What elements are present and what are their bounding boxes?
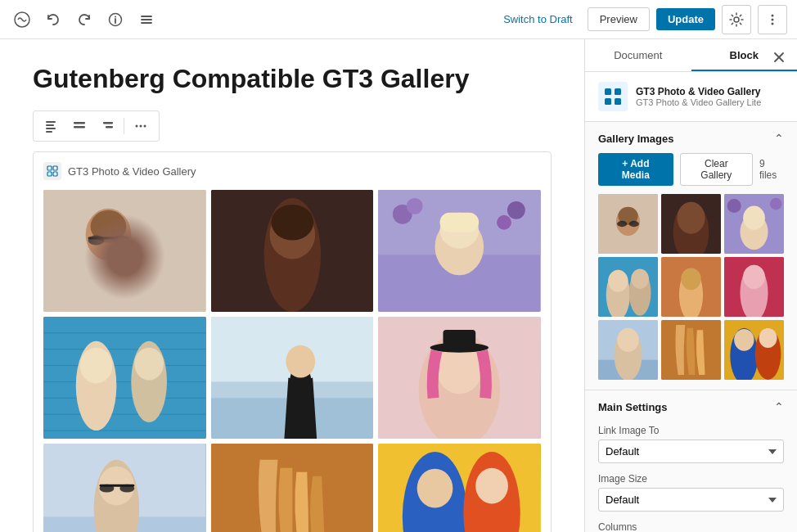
align-center-button[interactable] bbox=[68, 115, 91, 138]
align-left-button[interactable] bbox=[40, 115, 63, 138]
gallery-image-1 bbox=[43, 190, 206, 312]
switch-to-draft-button[interactable]: Switch to Draft bbox=[495, 8, 581, 30]
clear-gallery-button[interactable]: Clear Gallery bbox=[680, 153, 753, 186]
svg-point-29 bbox=[88, 236, 105, 246]
svg-point-65 bbox=[437, 345, 483, 394]
svg-point-35 bbox=[271, 205, 313, 241]
svg-rect-86 bbox=[605, 98, 611, 105]
thumbnail-2[interactable] bbox=[661, 194, 721, 254]
svg-point-91 bbox=[617, 221, 627, 227]
link-image-to-select[interactable]: Default bbox=[598, 440, 784, 463]
wp-logo-button[interactable] bbox=[10, 7, 34, 32]
thumbnail-6[interactable] bbox=[724, 257, 784, 317]
editor-area: Gutenberg Compatible GT3 Gallery bbox=[0, 39, 584, 532]
svg-point-28 bbox=[91, 210, 127, 243]
svg-point-44 bbox=[497, 215, 511, 230]
svg-rect-16 bbox=[74, 126, 85, 128]
gallery-images-title: Gallery Images bbox=[598, 133, 674, 145]
svg-rect-13 bbox=[46, 128, 56, 129]
svg-rect-40 bbox=[440, 213, 480, 232]
gallery-item-4[interactable] bbox=[43, 317, 206, 439]
preview-button[interactable]: Preview bbox=[588, 7, 650, 31]
svg-point-111 bbox=[743, 265, 765, 289]
info-button[interactable] bbox=[103, 7, 128, 32]
block-navigation-button[interactable] bbox=[134, 7, 159, 32]
svg-point-121 bbox=[759, 328, 777, 348]
svg-rect-11 bbox=[46, 121, 56, 123]
svg-point-62 bbox=[286, 345, 315, 378]
svg-point-43 bbox=[507, 201, 525, 219]
image-size-select[interactable]: Default bbox=[598, 488, 784, 512]
svg-rect-26 bbox=[43, 190, 206, 312]
redo-button[interactable] bbox=[72, 7, 97, 32]
gallery-item-3[interactable] bbox=[378, 190, 541, 312]
main-layout: Gutenberg Compatible GT3 Gallery bbox=[0, 39, 797, 532]
thumbnail-1[interactable] bbox=[598, 194, 658, 254]
svg-point-103 bbox=[608, 270, 628, 292]
link-image-to-label: Link Image To bbox=[598, 425, 784, 436]
gallery-item-1[interactable] bbox=[43, 190, 206, 312]
settings-gear-button[interactable] bbox=[722, 5, 751, 34]
gallery-image-3 bbox=[378, 190, 541, 312]
svg-rect-67 bbox=[444, 330, 476, 349]
gallery-item-6[interactable] bbox=[378, 317, 541, 439]
thumbnail-5[interactable] bbox=[661, 257, 721, 317]
gallery-item-5[interactable] bbox=[211, 317, 374, 439]
svg-rect-31 bbox=[88, 237, 129, 240]
thumbnail-8[interactable] bbox=[661, 320, 721, 380]
svg-point-55 bbox=[80, 348, 113, 384]
svg-point-57 bbox=[134, 348, 164, 381]
tab-document[interactable]: Document bbox=[585, 39, 691, 71]
plugin-info: GT3 Photo & Video Gallery GT3 Photo & Vi… bbox=[585, 72, 797, 122]
svg-rect-24 bbox=[47, 172, 52, 176]
align-right-button[interactable] bbox=[96, 115, 119, 138]
more-block-options-button[interactable] bbox=[129, 115, 152, 138]
svg-rect-18 bbox=[106, 126, 113, 128]
top-toolbar: Switch to Draft Preview Update bbox=[0, 0, 797, 39]
link-image-to-group: Link Image To Default bbox=[598, 425, 784, 463]
svg-rect-46 bbox=[43, 317, 206, 439]
gallery-block-label: GT3 Photo & Video Gallery bbox=[68, 165, 196, 178]
svg-point-27 bbox=[86, 209, 132, 261]
svg-point-81 bbox=[476, 468, 509, 504]
more-options-button[interactable] bbox=[758, 5, 787, 34]
svg-rect-74 bbox=[100, 485, 135, 487]
svg-rect-22 bbox=[47, 166, 52, 170]
gallery-image-9 bbox=[378, 444, 541, 532]
svg-point-119 bbox=[734, 329, 754, 351]
svg-point-115 bbox=[617, 328, 639, 352]
columns-group: Columns bbox=[598, 521, 784, 532]
files-count: 9 files bbox=[759, 158, 784, 181]
gallery-image-8 bbox=[211, 444, 374, 532]
svg-rect-12 bbox=[46, 124, 54, 126]
gallery-item-8[interactable] bbox=[211, 444, 374, 532]
undo-button[interactable] bbox=[41, 7, 65, 32]
plugin-sub: GT3 Photo & Video Gallery Lite bbox=[636, 97, 761, 107]
columns-label: Columns bbox=[598, 521, 784, 532]
add-media-button[interactable]: + Add Media bbox=[598, 153, 673, 186]
svg-point-105 bbox=[631, 269, 649, 289]
svg-rect-87 bbox=[615, 98, 621, 105]
image-size-label: Image Size bbox=[598, 473, 784, 485]
svg-rect-15 bbox=[74, 122, 85, 124]
thumbnail-7[interactable] bbox=[598, 320, 658, 380]
svg-point-92 bbox=[629, 221, 639, 227]
gallery-item-2[interactable] bbox=[211, 190, 374, 312]
svg-rect-25 bbox=[53, 172, 57, 176]
svg-point-20 bbox=[140, 125, 142, 128]
main-settings-header[interactable]: Main Settings ⌃ bbox=[598, 400, 784, 413]
svg-rect-17 bbox=[103, 122, 113, 124]
thumbnail-9[interactable] bbox=[724, 320, 784, 380]
panel-close-button[interactable] bbox=[768, 46, 790, 69]
svg-point-95 bbox=[677, 202, 705, 234]
gallery-item-7[interactable] bbox=[43, 444, 206, 532]
update-button[interactable]: Update bbox=[656, 8, 715, 30]
svg-point-9 bbox=[772, 18, 774, 20]
main-settings-chevron: ⌃ bbox=[774, 400, 784, 413]
thumbnail-4[interactable] bbox=[598, 257, 658, 317]
gallery-item-9[interactable] bbox=[378, 444, 541, 532]
svg-point-30 bbox=[112, 236, 128, 246]
svg-rect-14 bbox=[46, 131, 52, 133]
gallery-images-header[interactable]: Gallery Images ⌃ bbox=[598, 132, 784, 145]
thumbnail-3[interactable] bbox=[724, 194, 784, 254]
